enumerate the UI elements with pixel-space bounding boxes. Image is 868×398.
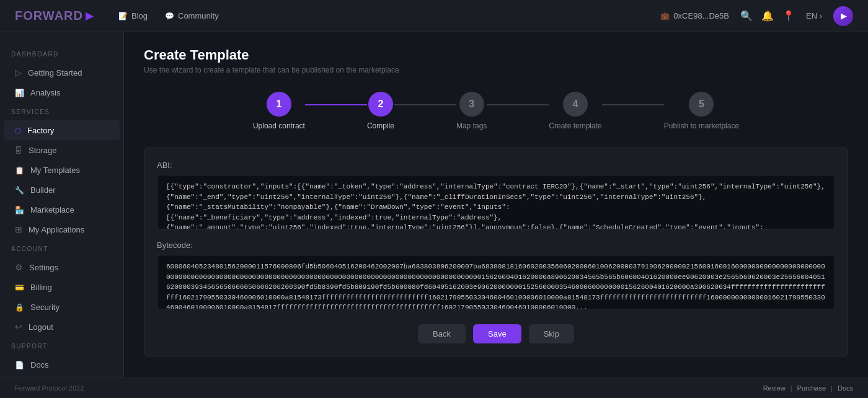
step-2-number: 2 [378,99,383,110]
community-icon [165,11,174,20]
logo-arrow: ▶ [86,10,94,22]
section-label-support: SUPPORT [0,343,123,355]
footer: Forward Protocol 2022 Review | Purchase … [0,378,868,398]
button-row: Back Save Skip [157,324,835,343]
sidebar-item-my-applications[interactable]: My Applications [4,219,120,239]
sidebar-label-security: Security [30,303,60,312]
form-area: ABI: Bytecode: Back Save Skip [144,148,848,356]
sidebar-item-getting-started[interactable]: Getting Started [4,63,120,82]
connector-3-4 [487,104,549,105]
save-button[interactable]: Save [473,324,521,343]
section-label-dashboard: DASHBOARD [0,51,123,63]
getting-started-icon [15,68,22,77]
connector-2-3 [394,104,456,105]
step-5: 5 Publish to marketplace [664,92,739,130]
sidebar-label-builder: Builder [30,185,55,195]
logout-icon [15,322,22,332]
step-3: 3 Map tags [456,92,487,130]
page-subtitle: Use the wizard to create a template that… [144,66,848,74]
step-3-number: 3 [469,99,474,110]
step-2-circle: 2 [368,92,393,117]
sidebar-label-settings: Settings [29,263,58,272]
stepper: 1 Upload contract 2 Compile 3 Map tags [144,92,848,130]
sidebar-item-docs[interactable]: Docs [4,355,120,374]
step-2-label: Compile [367,122,394,130]
sidebar-item-settings[interactable]: Settings [4,257,120,277]
blog-link[interactable]: Blog [118,11,148,20]
user-avatar[interactable]: ▶ [833,6,853,26]
step-1: 1 Upload contract [253,92,305,130]
step-1-number: 1 [276,99,281,110]
skip-button[interactable]: Skip [529,324,574,343]
sidebar-label-factory: Factory [27,126,54,135]
bell-icon[interactable]: 🔔 [761,10,774,22]
sidebar-item-builder[interactable]: Builder [4,180,120,200]
nav-icons: 🔍 🔔 📍 [740,10,795,22]
logo-text: FORWARD [15,9,83,23]
search-icon[interactable]: 🔍 [740,10,753,22]
footer-link-purchase[interactable]: Purchase [797,384,826,392]
section-label-account: ACCOUNT [0,245,123,257]
blog-label: Blog [131,11,148,20]
wallet-address[interactable]: 0xCE98...De5B [660,11,729,20]
docs-icon [15,360,24,369]
security-icon [15,302,24,312]
location-icon[interactable]: 📍 [782,10,795,22]
lang-text: EN [806,11,817,20]
step-1-label: Upload contract [253,122,305,130]
sidebar-item-security[interactable]: Security [4,297,120,317]
main-content: Create Template Use the wizard to create… [124,32,868,378]
builder-icon [15,185,24,195]
sidebar-label-my-applications: My Applications [29,225,84,234]
lang-selector[interactable]: EN › [806,11,822,20]
sidebar-label-docs: Docs [30,360,49,369]
step-2: 2 Compile [367,92,394,130]
step-4-circle: 4 [563,92,588,117]
back-button[interactable]: Back [418,324,466,343]
step-5-number: 5 [699,99,704,110]
analysis-icon [15,87,24,97]
sidebar-item-analysis[interactable]: Analysis [4,82,120,102]
marketplace-icon [15,205,24,214]
connector-1-2 [305,104,367,105]
footer-links: Review | Purchase | Docs [763,384,853,392]
sidebar-item-factory[interactable]: Factory [4,120,120,140]
step-4: 4 Create template [549,92,601,130]
community-label: Community [178,11,219,20]
abi-textarea[interactable] [157,175,835,229]
step-3-label: Map tags [456,122,487,130]
nav-links: Blog Community [118,11,219,20]
storage-icon [15,145,22,155]
settings-icon [15,262,23,272]
avatar-initials: ▶ [841,12,846,20]
footer-copyright: Forward Protocol 2022 [15,384,84,392]
footer-sep-1: | [790,384,792,392]
page-title: Create Template [144,47,848,63]
sidebar-item-storage[interactable]: Storage [4,140,120,160]
step-5-circle: 5 [689,92,714,117]
connector-4-5 [602,104,664,105]
top-navigation: FORWARD ▶ Blog Community 0xCE98...De5B 🔍… [0,0,868,32]
sidebar-item-marketplace[interactable]: Marketplace [4,200,120,219]
sidebar-item-billing[interactable]: Billing [4,277,120,297]
sidebar: DASHBOARD Getting Started Analysis SERVI… [0,32,124,378]
sidebar-label-billing: Billing [30,283,52,292]
sidebar-item-my-templates[interactable]: My Templates [4,160,120,180]
main-layout: DASHBOARD Getting Started Analysis SERVI… [0,32,868,378]
blog-icon [118,11,128,20]
logo[interactable]: FORWARD ▶ [15,9,94,23]
sidebar-label-getting-started: Getting Started [28,68,82,77]
bytecode-textarea[interactable] [157,255,835,309]
section-label-services: SERVICES [0,108,123,120]
sidebar-item-logout[interactable]: Logout [4,317,120,337]
bytecode-label: Bytecode: [157,241,835,250]
step-1-circle: 1 [267,92,291,117]
templates-icon [15,165,24,175]
footer-link-docs[interactable]: Docs [838,384,853,392]
footer-link-review[interactable]: Review [763,384,786,392]
sidebar-label-marketplace: Marketplace [30,205,74,214]
step-4-label: Create template [549,122,601,130]
factory-icon [15,125,21,135]
community-link[interactable]: Community [165,11,219,20]
lang-chevron: › [820,11,822,20]
